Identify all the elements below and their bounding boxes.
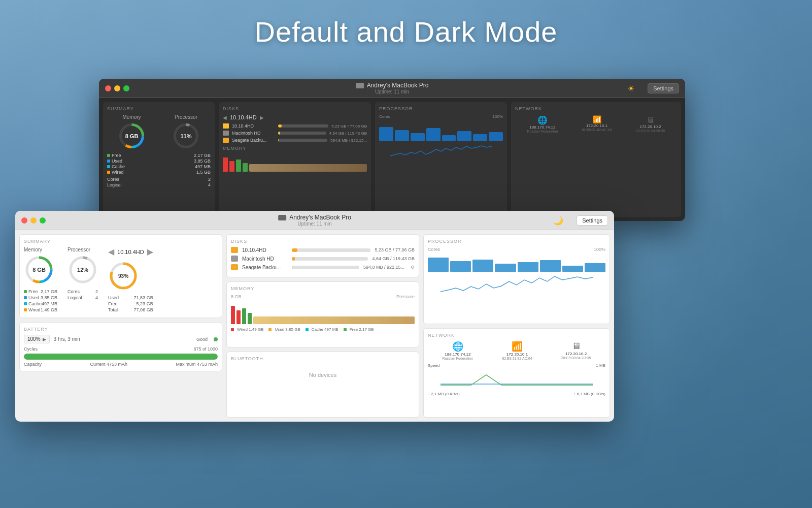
used-legend: Used 3,85 GB [268, 327, 300, 332]
sun-icon: ☀ [627, 83, 634, 93]
processor-label-dark: Processor [172, 114, 200, 120]
cpu-bars-light [428, 254, 605, 272]
disk-prev-light[interactable]: ◀ [108, 247, 114, 257]
network-panel-dark: NETWORK 🌐 188.170.74.12 Russian Federati… [511, 102, 681, 217]
disk1-fill-light [292, 248, 297, 252]
disk2-icon-light [231, 256, 238, 262]
battery-indicator: 100% ▶ [24, 335, 50, 343]
memory-label-dark: Memory [118, 114, 146, 120]
disks-title-dark: DISKS [223, 106, 367, 111]
network-title-light: NETWORK [428, 333, 605, 338]
net2-mac-light: 82:B9:31:82:AC:64 [502, 357, 532, 360]
close-button-dark[interactable] [105, 85, 111, 91]
memory-section-dark: MEMORY [223, 146, 367, 172]
net-device-wifi-light: 📶 172.20.10.1 82:B9:31:82:AC:64 [502, 341, 532, 360]
battery-panel: BATTERY 100% ▶ 3 hrs, 3 min Good Cycles … [19, 322, 222, 371]
cpu-bar-l8 [585, 263, 605, 272]
disk1-name-dark: 10.10.4HD [232, 123, 275, 129]
disk-mem-stats: Used71,83 GB Free5,23 GB Total77,06 GB [108, 295, 153, 312]
battery-bar [24, 354, 218, 360]
cpu-bars-dark [379, 121, 503, 141]
disk3-more[interactable]: ⚙ [411, 265, 415, 270]
device-name-light: Andrey's MacBook Pro [278, 214, 351, 221]
minimize-button-light[interactable] [30, 217, 37, 224]
processor-title-light: PROCESSOR [428, 239, 605, 244]
net-device-globe-dark: 🌐 188.170.74.12 Russian Federation [527, 115, 558, 133]
summary-gauges-dark: Memory 8 GB Processor [107, 114, 211, 150]
settings-button-dark[interactable]: Settings [648, 83, 679, 93]
dark-content: SUMMARY Memory 8 GB [99, 98, 685, 221]
disk2-name-dark: Macintosh HD [232, 131, 275, 136]
network-speed-values: ↓ 2,1 MB (0 KB/s) ↑ 6,7 MB (0 KB/s) [428, 392, 605, 396]
net1-ip-dark: 188.170.74.12 [527, 125, 558, 130]
disk-nav-light: ◀ 10.10.4HD ▶ [108, 247, 153, 257]
disk2-name-light: Macintosh HD [242, 256, 288, 262]
cache-legend: Cache 497 MB [306, 327, 339, 332]
disk3-bar-dark [278, 139, 327, 142]
device-name-dark: Andrey's MacBook Pro [356, 82, 429, 89]
computer-icon-dark [356, 83, 364, 88]
disk2-size-light: 4,64 GB / 119,43 GB [372, 256, 415, 261]
disk2-row-dark: Macintosh HD 4,64 GB / 119,43 GB [223, 131, 367, 136]
cpu-chart-dark [379, 143, 503, 161]
disk1-size-dark: 5,23 GB / 77,06 GB [331, 124, 367, 129]
disk3-size-light: 594,8 MB / 922,15... [363, 265, 404, 270]
cpu-chart-light [428, 274, 605, 299]
cpu-bar-5 [442, 135, 456, 141]
light-window: Andrey's MacBook Pro Uptime: 11 min 🌙 Se… [15, 211, 614, 422]
net1-country-dark: Russian Federation [527, 130, 558, 133]
disks-panel-light: DISKS 10.10.4HD 5,23 GB / 77,06 GB Macin… [226, 234, 419, 277]
disk-next-light[interactable]: ▶ [147, 247, 153, 257]
light-middle-col: DISKS 10.10.4HD 5,23 GB / 77,06 GB Macin… [226, 234, 419, 418]
disk-next-dark[interactable]: ▶ [260, 115, 264, 120]
cpu-bar-4 [426, 128, 441, 141]
processor-panel-light: PROCESSOR Cores 100% [423, 234, 610, 324]
mem-bar-red1 [231, 306, 235, 324]
maximize-button-dark[interactable] [123, 85, 129, 91]
disk1-icon-dark [223, 123, 229, 129]
memory-circle-dark: 8 GB [118, 122, 146, 150]
cpu-bar-l7 [562, 266, 583, 272]
minimize-button-dark[interactable] [114, 85, 120, 91]
processor-group-light: Processor 12% Cores2 Logical4 [67, 247, 98, 313]
settings-button-light[interactable]: Settings [577, 215, 608, 226]
net3-mac-dark: 20:C9:00:84:20:35 [636, 129, 665, 133]
net-device-computer-light: 🖥 172.20.10.2 20:C9:00:84:2D:35 [561, 341, 591, 360]
close-button-light[interactable] [21, 217, 27, 224]
disk-prev-dark[interactable]: ◀ [223, 115, 227, 120]
computer-icon-dark-net: 🖥 [636, 115, 665, 124]
disk2-row-light: Macintosh HD 4,64 GB / 119,43 GB [231, 256, 415, 262]
disk1-size-light: 5,23 GB / 77,06 GB [375, 247, 415, 252]
net1-ip-light: 188.170.74.12 [443, 352, 473, 357]
computer-icon-light-net: 🖥 [561, 341, 591, 352]
disk-summary-group: ◀ 10.10.4HD ▶ 93% Used71,83 [108, 247, 153, 313]
memory-gauge-dark: Memory 8 GB [118, 114, 146, 150]
memory-label-light: Memory [24, 247, 57, 252]
maximize-button-light[interactable] [40, 217, 46, 224]
moon-icon: 🌙 [553, 215, 563, 225]
disk2-bar-light [292, 257, 368, 261]
traffic-lights-light[interactable] [21, 217, 46, 224]
mem-bar-wired [223, 157, 228, 172]
summary-title-dark: SUMMARY [107, 106, 211, 111]
disk1-icon-light [231, 247, 238, 253]
disk1-bar-dark [278, 124, 328, 128]
light-titlebar: Andrey's MacBook Pro Uptime: 11 min 🌙 Se… [15, 211, 614, 230]
disk-value-light: 93% [118, 273, 128, 279]
net-device-wifi-dark: 📶 172.20.10.1 82:B9:31:82:AC:64 [582, 115, 612, 133]
net1-country-light: Russian Federation [443, 357, 473, 360]
disks-panel-dark: DISKS ◀ 10.10.4HD ▶ 10.10.4HD 5,23 GB / … [219, 102, 371, 217]
mem-bar-free [236, 160, 241, 172]
network-title-dark: NETWORK [515, 106, 677, 111]
cpu-bar-l3 [472, 260, 493, 272]
globe-icon-dark: 🌐 [527, 115, 558, 125]
cpu-bar-l4 [495, 264, 516, 272]
traffic-lights-dark[interactable] [105, 85, 129, 91]
processor-panel-dark: PROCESSOR Cores 100% [375, 102, 507, 217]
network-speed-header: Speed 1 MB [428, 363, 605, 368]
memory-group-light: Memory 8 GB Free2, [24, 247, 57, 313]
memory-header-light: 8 GB Pressure [231, 294, 415, 299]
disk1-bar-light [292, 248, 370, 252]
globe-icon-light: 🌐 [443, 341, 473, 352]
dark-titlebar: Andrey's MacBook Pro Uptime: 11 min ☀ Se… [99, 79, 685, 98]
